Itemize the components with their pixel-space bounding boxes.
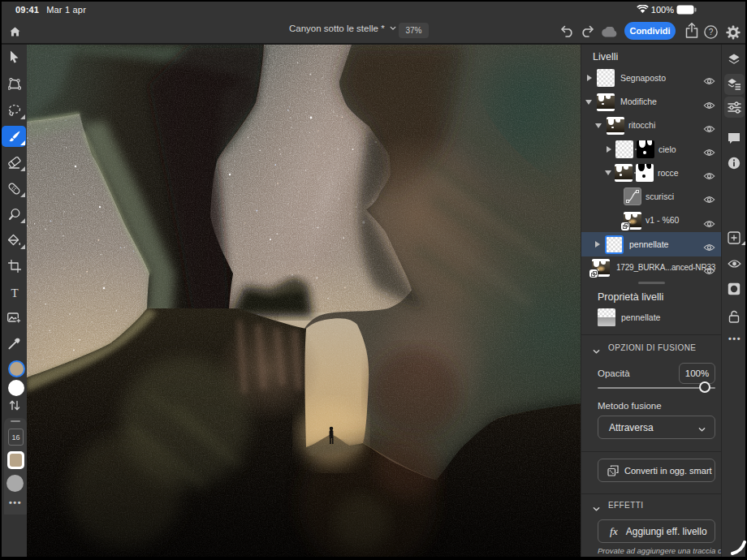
svg-text:T: T	[11, 286, 18, 298]
svg-text:?: ?	[709, 28, 714, 37]
